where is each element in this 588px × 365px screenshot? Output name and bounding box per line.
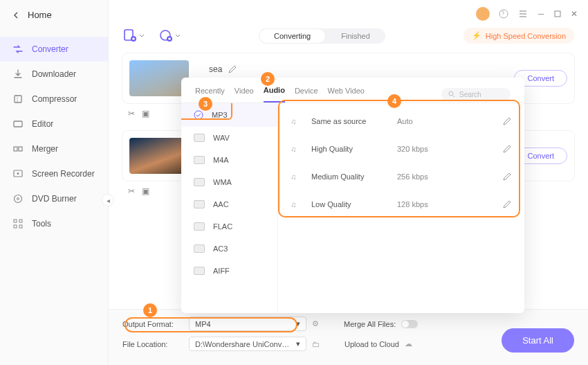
- format-item-m4a[interactable]: M4A: [181, 149, 277, 171]
- format-item-flac[interactable]: FLAC: [181, 215, 277, 238]
- popup-search[interactable]: Search: [441, 88, 511, 101]
- svg-point-6: [15, 195, 22, 203]
- sidebar-item-label: Tools: [32, 219, 51, 229]
- output-format-label: Output Format:: [122, 320, 183, 328]
- quality-row[interactable]: ♫ High Quality 320 kbps: [288, 135, 515, 163]
- svg-point-18: [449, 91, 453, 96]
- svg-point-5: [17, 172, 19, 175]
- sidebar-item-label: Downloader: [32, 69, 76, 79]
- sidebar-item-label: DVD Burner: [32, 194, 77, 204]
- popup-tab-audio[interactable]: Audio: [264, 86, 285, 103]
- settings-icon[interactable]: ⚙: [312, 319, 319, 328]
- sidebar-item-compressor[interactable]: Compressor: [0, 87, 108, 112]
- svg-point-7: [17, 198, 19, 200]
- quality-list: ♫ Same as source Auto ♫ High Quality 320…: [278, 103, 524, 313]
- sidebar-item-merger[interactable]: Merger: [0, 136, 108, 161]
- popup-tab-device[interactable]: Device: [295, 87, 318, 102]
- thumbnail[interactable]: [129, 138, 189, 174]
- sidebar-item-label: Merger: [32, 144, 58, 154]
- sidebar-item-label: Converter: [32, 44, 68, 54]
- tab-finished[interactable]: Finished: [326, 28, 385, 44]
- sidebar: Home Converter Downloader Compressor Edi…: [0, 0, 109, 365]
- format-popup: Recently Video Audio Device Web Video Se…: [181, 78, 524, 313]
- edit-quality-icon[interactable]: [502, 199, 512, 209]
- format-selected-icon: [194, 110, 203, 120]
- menu-icon[interactable]: [517, 8, 529, 19]
- svg-point-19: [194, 111, 203, 119]
- downloader-icon: [12, 69, 24, 80]
- sidebar-item-screen-recorder[interactable]: Screen Recorder: [0, 161, 108, 186]
- format-item-wma[interactable]: WMA: [181, 171, 277, 193]
- compressor-icon: [12, 94, 24, 105]
- sidebar-item-tools[interactable]: Tools: [0, 211, 108, 236]
- popup-tab-web-video[interactable]: Web Video: [328, 87, 365, 102]
- add-file-button[interactable]: [122, 28, 145, 44]
- home-label: Home: [28, 10, 52, 20]
- format-item-aiff[interactable]: AIFF: [181, 260, 277, 282]
- merge-toggle[interactable]: [401, 320, 418, 328]
- format-item-mp3[interactable]: MP3: [181, 103, 277, 127]
- format-item-wav[interactable]: WAV: [181, 127, 277, 149]
- file-location-label: File Location:: [122, 340, 183, 348]
- file-location-dropdown[interactable]: D:\Wondershare UniConverter 1 ▾: [189, 337, 306, 351]
- bottom-bar: Output Format: MP4 ▾ ⚙ Merge All Files: …: [109, 309, 588, 365]
- format-icon: [194, 134, 205, 142]
- edit-quality-icon[interactable]: [502, 144, 512, 154]
- svg-rect-3: [19, 147, 22, 151]
- quality-row[interactable]: ♫ Medium Quality 256 kbps: [288, 163, 515, 190]
- format-icon: [194, 200, 205, 208]
- popup-tab-video[interactable]: Video: [235, 87, 254, 102]
- maximize-button[interactable]: [553, 10, 562, 18]
- collapse-sidebar-button[interactable]: ◂: [102, 194, 114, 206]
- back-icon[interactable]: [12, 12, 19, 19]
- edit-icon[interactable]: [228, 64, 237, 74]
- edit-quality-icon[interactable]: [502, 116, 512, 126]
- music-note-icon: ♫: [291, 145, 302, 153]
- annotation-badge-2: 2: [261, 72, 275, 86]
- svg-rect-9: [19, 220, 22, 222]
- chevron-down-icon: ▾: [296, 319, 300, 328]
- music-note-icon: ♫: [291, 172, 302, 181]
- sidebar-item-converter[interactable]: Converter: [0, 37, 108, 62]
- chevron-down-icon: ▾: [296, 339, 300, 348]
- format-item-aac[interactable]: AAC: [181, 193, 277, 215]
- sidebar-item-label: Editor: [32, 119, 53, 129]
- cloud-icon[interactable]: ☁: [405, 339, 412, 348]
- thumbnail[interactable]: [129, 60, 189, 96]
- edit-quality-icon[interactable]: [502, 172, 512, 181]
- avatar[interactable]: [476, 7, 490, 21]
- merge-label: Merge All Files:: [344, 320, 396, 328]
- format-item-ac3[interactable]: AC3: [181, 238, 277, 260]
- add-folder-button[interactable]: [158, 28, 181, 44]
- support-icon[interactable]: [498, 8, 509, 19]
- sidebar-item-downloader[interactable]: Downloader: [0, 62, 108, 87]
- output-format-dropdown[interactable]: MP4 ▾: [189, 317, 306, 331]
- crop-icon[interactable]: ▣: [142, 109, 149, 118]
- svg-rect-13: [555, 11, 560, 17]
- start-all-button[interactable]: Start All: [502, 328, 574, 353]
- close-button[interactable]: ✕: [570, 10, 578, 18]
- format-icon: [194, 267, 205, 275]
- folder-icon[interactable]: 🗀: [312, 340, 320, 348]
- annotation-badge-1: 1: [143, 303, 157, 317]
- svg-rect-10: [14, 225, 17, 228]
- sidebar-item-dvd-burner[interactable]: DVD Burner: [0, 186, 108, 211]
- tab-converting[interactable]: Converting: [259, 28, 326, 44]
- annotation-badge-4: 4: [387, 94, 401, 108]
- svg-rect-1: [14, 121, 22, 127]
- sidebar-item-editor[interactable]: Editor: [0, 112, 108, 136]
- music-note-icon: ♫: [291, 117, 302, 125]
- high-speed-conversion[interactable]: ⚡ High Speed Conversion: [463, 28, 574, 44]
- titlebar: ─ ✕: [109, 0, 588, 28]
- crop-icon[interactable]: ▣: [142, 186, 149, 196]
- svg-rect-11: [19, 225, 22, 228]
- quality-row[interactable]: ♫ Same as source Auto: [288, 107, 515, 135]
- quality-row[interactable]: ♫ Low Quality 128 kbps: [288, 190, 515, 218]
- music-note-icon: ♫: [291, 200, 302, 208]
- format-icon: [194, 156, 205, 164]
- minimize-button[interactable]: ─: [537, 10, 545, 18]
- trim-icon[interactable]: ✂: [128, 186, 135, 196]
- screen-recorder-icon: [12, 168, 24, 179]
- trim-icon[interactable]: ✂: [128, 109, 135, 118]
- upload-label: Upload to Cloud: [344, 340, 399, 348]
